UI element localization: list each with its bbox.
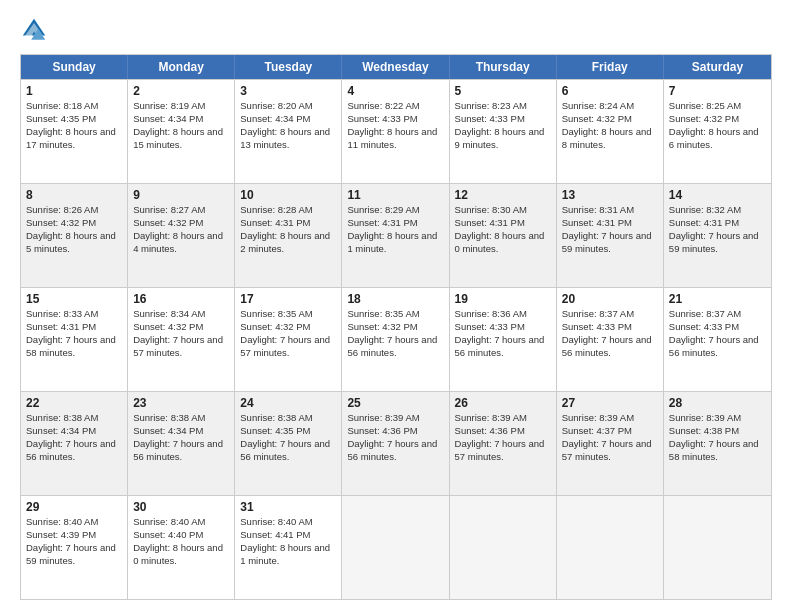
daylight-label: Daylight: 8 hours and 13 minutes. [240,126,330,150]
sunset-label: Sunset: 4:41 PM [240,529,310,540]
daylight-label: Daylight: 7 hours and 56 minutes. [669,334,759,358]
day-number: 27 [562,395,658,411]
sunset-label: Sunset: 4:32 PM [133,321,203,332]
table-row [342,496,449,599]
sunset-label: Sunset: 4:35 PM [240,425,310,436]
calendar-week-2: 8Sunrise: 8:26 AMSunset: 4:32 PMDaylight… [21,183,771,287]
day-number: 26 [455,395,551,411]
day-number: 15 [26,291,122,307]
table-row: 14Sunrise: 8:32 AMSunset: 4:31 PMDayligh… [664,184,771,287]
sunset-label: Sunset: 4:32 PM [240,321,310,332]
calendar-body: 1Sunrise: 8:18 AMSunset: 4:35 PMDaylight… [21,79,771,599]
sunrise-label: Sunrise: 8:34 AM [133,308,205,319]
calendar-week-4: 22Sunrise: 8:38 AMSunset: 4:34 PMDayligh… [21,391,771,495]
day-number: 3 [240,83,336,99]
sunset-label: Sunset: 4:36 PM [455,425,525,436]
sunrise-label: Sunrise: 8:39 AM [455,412,527,423]
sunrise-label: Sunrise: 8:37 AM [562,308,634,319]
table-row: 4Sunrise: 8:22 AMSunset: 4:33 PMDaylight… [342,80,449,183]
sunrise-label: Sunrise: 8:25 AM [669,100,741,111]
table-row: 25Sunrise: 8:39 AMSunset: 4:36 PMDayligh… [342,392,449,495]
table-row: 1Sunrise: 8:18 AMSunset: 4:35 PMDaylight… [21,80,128,183]
day-number: 10 [240,187,336,203]
day-number: 31 [240,499,336,515]
daylight-label: Daylight: 7 hours and 56 minutes. [240,438,330,462]
daylight-label: Daylight: 7 hours and 56 minutes. [562,334,652,358]
sunrise-label: Sunrise: 8:32 AM [669,204,741,215]
sunrise-label: Sunrise: 8:38 AM [26,412,98,423]
sunrise-label: Sunrise: 8:20 AM [240,100,312,111]
table-row: 5Sunrise: 8:23 AMSunset: 4:33 PMDaylight… [450,80,557,183]
sunrise-label: Sunrise: 8:38 AM [240,412,312,423]
table-row: 9Sunrise: 8:27 AMSunset: 4:32 PMDaylight… [128,184,235,287]
daylight-label: Daylight: 8 hours and 2 minutes. [240,230,330,254]
sunset-label: Sunset: 4:34 PM [133,113,203,124]
daylight-label: Daylight: 7 hours and 56 minutes. [26,438,116,462]
sunset-label: Sunset: 4:32 PM [133,217,203,228]
day-number: 24 [240,395,336,411]
day-number: 25 [347,395,443,411]
header [20,16,772,44]
table-row: 29Sunrise: 8:40 AMSunset: 4:39 PMDayligh… [21,496,128,599]
logo-icon [20,16,48,44]
day-number: 20 [562,291,658,307]
day-number: 4 [347,83,443,99]
daylight-label: Daylight: 8 hours and 1 minute. [347,230,437,254]
table-row [450,496,557,599]
sunset-label: Sunset: 4:36 PM [347,425,417,436]
table-row: 12Sunrise: 8:30 AMSunset: 4:31 PMDayligh… [450,184,557,287]
table-row: 30Sunrise: 8:40 AMSunset: 4:40 PMDayligh… [128,496,235,599]
day-number: 19 [455,291,551,307]
sunrise-label: Sunrise: 8:36 AM [455,308,527,319]
header-day-friday: Friday [557,55,664,79]
daylight-label: Daylight: 7 hours and 57 minutes. [562,438,652,462]
page: SundayMondayTuesdayWednesdayThursdayFrid… [0,0,792,612]
daylight-label: Daylight: 7 hours and 56 minutes. [347,438,437,462]
table-row: 15Sunrise: 8:33 AMSunset: 4:31 PMDayligh… [21,288,128,391]
day-number: 16 [133,291,229,307]
calendar-week-5: 29Sunrise: 8:40 AMSunset: 4:39 PMDayligh… [21,495,771,599]
header-day-monday: Monday [128,55,235,79]
sunset-label: Sunset: 4:33 PM [455,113,525,124]
sunrise-label: Sunrise: 8:29 AM [347,204,419,215]
table-row: 17Sunrise: 8:35 AMSunset: 4:32 PMDayligh… [235,288,342,391]
sunrise-label: Sunrise: 8:24 AM [562,100,634,111]
daylight-label: Daylight: 7 hours and 56 minutes. [347,334,437,358]
daylight-label: Daylight: 7 hours and 59 minutes. [669,230,759,254]
sunset-label: Sunset: 4:32 PM [26,217,96,228]
day-number: 7 [669,83,766,99]
day-number: 28 [669,395,766,411]
sunset-label: Sunset: 4:33 PM [562,321,632,332]
sunrise-label: Sunrise: 8:30 AM [455,204,527,215]
sunrise-label: Sunrise: 8:26 AM [26,204,98,215]
day-number: 21 [669,291,766,307]
daylight-label: Daylight: 8 hours and 5 minutes. [26,230,116,254]
calendar-week-1: 1Sunrise: 8:18 AMSunset: 4:35 PMDaylight… [21,79,771,183]
header-day-tuesday: Tuesday [235,55,342,79]
day-number: 2 [133,83,229,99]
table-row: 18Sunrise: 8:35 AMSunset: 4:32 PMDayligh… [342,288,449,391]
sunrise-label: Sunrise: 8:23 AM [455,100,527,111]
header-day-wednesday: Wednesday [342,55,449,79]
table-row [664,496,771,599]
day-number: 23 [133,395,229,411]
sunrise-label: Sunrise: 8:19 AM [133,100,205,111]
table-row: 8Sunrise: 8:26 AMSunset: 4:32 PMDaylight… [21,184,128,287]
sunset-label: Sunset: 4:34 PM [26,425,96,436]
calendar: SundayMondayTuesdayWednesdayThursdayFrid… [20,54,772,600]
table-row: 16Sunrise: 8:34 AMSunset: 4:32 PMDayligh… [128,288,235,391]
sunrise-label: Sunrise: 8:40 AM [26,516,98,527]
daylight-label: Daylight: 8 hours and 0 minutes. [133,542,223,566]
table-row: 26Sunrise: 8:39 AMSunset: 4:36 PMDayligh… [450,392,557,495]
sunset-label: Sunset: 4:35 PM [26,113,96,124]
sunrise-label: Sunrise: 8:35 AM [347,308,419,319]
sunset-label: Sunset: 4:31 PM [26,321,96,332]
calendar-header: SundayMondayTuesdayWednesdayThursdayFrid… [21,55,771,79]
table-row: 13Sunrise: 8:31 AMSunset: 4:31 PMDayligh… [557,184,664,287]
sunset-label: Sunset: 4:34 PM [240,113,310,124]
day-number: 29 [26,499,122,515]
day-number: 8 [26,187,122,203]
table-row: 20Sunrise: 8:37 AMSunset: 4:33 PMDayligh… [557,288,664,391]
daylight-label: Daylight: 7 hours and 56 minutes. [455,334,545,358]
sunrise-label: Sunrise: 8:39 AM [669,412,741,423]
